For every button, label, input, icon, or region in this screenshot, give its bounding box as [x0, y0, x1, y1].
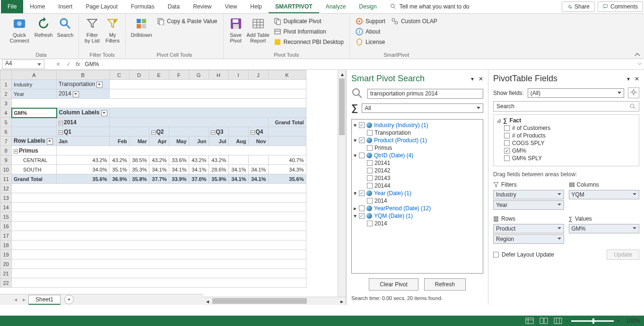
scroll-right-icon[interactable]: ▸ [338, 297, 346, 305]
pane-menu-icon[interactable]: ▾ [627, 76, 630, 82]
checkbox[interactable] [504, 140, 510, 146]
row-header[interactable]: 7 [0, 137, 12, 146]
row-header[interactable]: 16 [0, 222, 12, 231]
filter-dropdown-icon[interactable] [73, 91, 79, 97]
tree-node[interactable]: ▾✓YQM (Date) (1) [353, 212, 482, 220]
zoom-control[interactable]: − + 100% [565, 317, 640, 324]
expand-formula-icon[interactable] [635, 61, 644, 68]
checkbox[interactable] [504, 133, 510, 138]
filter-dropdown-icon[interactable] [47, 138, 53, 145]
page-break-view-icon[interactable] [551, 317, 565, 324]
row-header[interactable]: 4 [0, 108, 12, 118]
row-header[interactable]: 15 [0, 212, 12, 222]
tab-analyze[interactable]: Analyze [319, 0, 353, 13]
columns-area[interactable]: Columns YQM [569, 181, 640, 211]
add-table-report-button[interactable]: Add Table Report [245, 15, 271, 43]
zoom-slider[interactable] [571, 320, 614, 322]
horizontal-scrollbar[interactable]: ◂▸ [203, 297, 346, 305]
col-header[interactable]: H [209, 70, 228, 80]
tab-file[interactable]: File [1, 0, 23, 13]
row-header[interactable]: 2 [0, 89, 12, 99]
sheet-tab[interactable]: Sheet1 [28, 295, 61, 305]
checkbox[interactable] [367, 175, 373, 181]
collapse-icon[interactable]: − [251, 130, 255, 135]
field-item[interactable]: # of Products [495, 132, 638, 139]
row-header[interactable]: 13 [0, 193, 12, 203]
checkbox[interactable]: ✓ [359, 137, 365, 143]
scroll-thumb[interactable] [212, 298, 307, 304]
tab-formulas[interactable]: Formulas [124, 0, 161, 13]
tab-view[interactable]: View [218, 0, 244, 13]
row-header[interactable]: 1 [0, 80, 12, 89]
search-tree[interactable]: ▾✓Industry (Industry) (1)Transportation▾… [351, 119, 483, 274]
area-field[interactable]: GM% [569, 224, 640, 233]
scroll-thumb[interactable] [339, 78, 345, 135]
row-header[interactable]: 11 [0, 174, 12, 184]
enter-formula-icon[interactable]: ✓ [63, 60, 74, 69]
zoom-out-icon[interactable]: − [565, 317, 568, 324]
page-layout-view-icon[interactable] [537, 317, 551, 324]
fx-icon[interactable]: fx [76, 61, 80, 68]
row-header[interactable]: 8 [0, 146, 12, 155]
pane-close-icon[interactable]: ✕ [479, 76, 483, 82]
values-area[interactable]: ∑Values GM% [569, 215, 640, 245]
update-button[interactable]: Update [607, 249, 639, 260]
row-header[interactable]: 3 [0, 99, 12, 108]
cell-grid[interactable]: A B C D E F G H I J K 1IndustryTransport… [0, 70, 306, 288]
active-cell[interactable]: GM% [12, 108, 57, 118]
checkbox[interactable]: ✓ [359, 122, 365, 128]
tree-node[interactable]: ▾✓Industry (Industry) (1) [353, 121, 482, 129]
col-header[interactable]: K [268, 70, 306, 80]
copy-paste-value-button[interactable]: Copy & Paste Value [154, 16, 220, 26]
tree-node[interactable]: 2014 [353, 197, 482, 205]
checkbox[interactable] [504, 148, 510, 154]
tree-node[interactable]: 2014 [353, 220, 482, 227]
row-header[interactable]: 14 [0, 203, 12, 212]
rows-area[interactable]: Rows ProductRegion [493, 215, 564, 245]
custom-olap-button[interactable]: Custom OLAP [388, 16, 440, 26]
tab-help[interactable]: Help [244, 0, 269, 13]
checkbox[interactable] [367, 130, 373, 136]
sheet-nav-next-icon[interactable]: ▸ [20, 296, 28, 303]
share-button[interactable]: Share [562, 1, 595, 12]
area-field[interactable]: YQM [569, 190, 640, 199]
filter-dropdown-icon[interactable] [101, 110, 107, 116]
tree-node[interactable]: Primus [353, 144, 482, 152]
defer-checkbox[interactable] [493, 252, 499, 257]
collapse-icon[interactable]: − [59, 121, 63, 125]
area-field[interactable]: Year [493, 200, 564, 210]
measure-select[interactable]: All [362, 103, 483, 113]
col-header[interactable]: I [228, 70, 248, 80]
field-item[interactable]: GM% [495, 147, 638, 154]
row-header[interactable]: 21 [0, 269, 12, 278]
name-box[interactable]: A4 [2, 60, 44, 69]
add-sheet-button[interactable]: + [64, 295, 74, 304]
expand-icon[interactable]: ▸ [353, 206, 357, 211]
tree-node[interactable]: ▸YearPeriod (Date) (12) [353, 205, 482, 212]
filters-area[interactable]: Filters IndustryYear [493, 181, 564, 211]
checkbox[interactable] [367, 160, 373, 166]
tree-node[interactable]: ▾✓Year (Date) (1) [353, 189, 482, 197]
collapse-icon[interactable]: ▾ [353, 138, 357, 143]
collapse-icon[interactable]: − [14, 149, 18, 154]
row-header[interactable]: 5 [0, 118, 12, 127]
support-button[interactable]: Support [353, 16, 388, 26]
row-header[interactable]: 22 [0, 278, 12, 288]
about-button[interactable]: iAbout [353, 26, 388, 37]
sheet-nav-prev-icon[interactable]: ◂ [11, 296, 20, 303]
filter-by-list-button[interactable]: Filter by List [82, 15, 103, 43]
col-header[interactable]: E [149, 70, 169, 80]
collapse-icon[interactable]: ▾ [353, 214, 357, 218]
zoom-value[interactable]: 100% [626, 317, 640, 324]
collapse-ribbon-icon[interactable] [635, 52, 640, 59]
tree-node[interactable]: 20142 [353, 167, 482, 174]
tree-node[interactable]: 20141 [353, 159, 482, 167]
collapse-icon[interactable]: ▾ [353, 191, 357, 196]
pane-menu-icon[interactable]: ▾ [471, 76, 474, 82]
scroll-up-icon[interactable]: ▴ [338, 70, 346, 78]
field-item[interactable]: # of Customers [495, 124, 638, 132]
normal-view-icon[interactable] [522, 317, 537, 324]
area-field[interactable]: Region [493, 234, 564, 244]
tree-node[interactable]: ▾QtrID (Date) (4) [353, 152, 482, 159]
col-header[interactable]: A [12, 70, 57, 80]
